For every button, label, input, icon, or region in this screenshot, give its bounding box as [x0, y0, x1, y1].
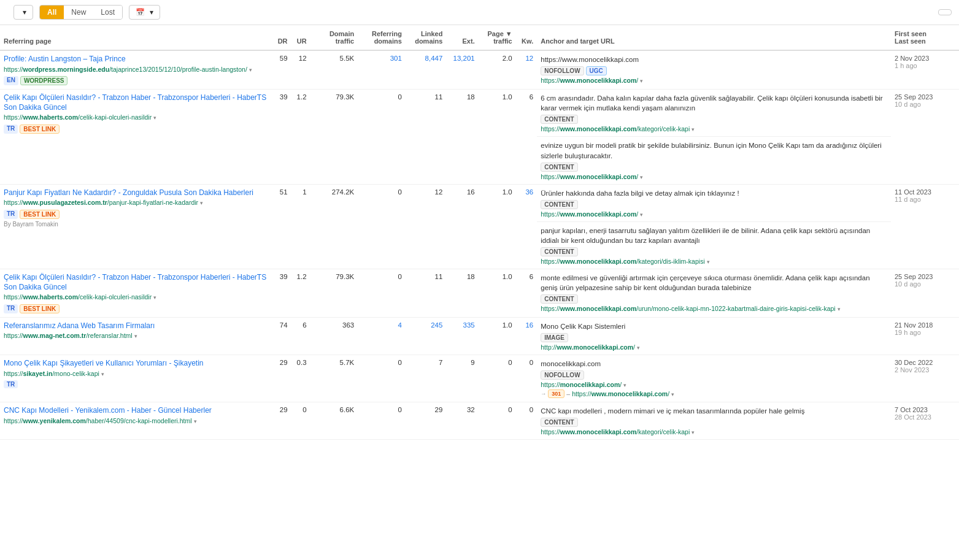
tag-wp: WORDPRESS [20, 76, 68, 85]
tag-best: BEST LINK [20, 125, 60, 134]
redirect-tag: 301 [548, 389, 564, 398]
referring-page-url[interactable]: https://wordpress.morningside.edu/tajapr… [4, 66, 269, 74]
table-header: Referring page DR UR Domaintraffic Refer… [0, 25, 959, 50]
ext-value: 13,201 [446, 50, 478, 90]
referring-page-url[interactable]: https://www.pusulagazetesi.com.tr/panjur… [4, 199, 269, 207]
referring-page-url[interactable]: https://www.mag-net.com.tr/referanslar.h… [4, 332, 269, 340]
anchor-url-link[interactable]: https://www.monocelikkapi.com/kategori/d… [541, 258, 887, 265]
col-dr[interactable]: DR [272, 25, 291, 50]
referring-page-title[interactable]: CNC Kapı Modelleri - Yenikalem.com - Hab… [4, 406, 269, 416]
filter-new-button[interactable]: New [64, 6, 93, 19]
domain-traffic-value: 5.7K [310, 355, 358, 402]
anchor-cell: 6 cm arasındadır. Daha kalın kapılar dah… [537, 90, 891, 137]
page-traffic-value: 1.0 [479, 317, 516, 355]
referring-page-title[interactable]: Çelik Kapı Ölçüleri Nasıldır? - Trabzon … [4, 93, 269, 112]
referring-page-url[interactable]: https://sikayet.in/mono-celik-kapi ▾ [4, 370, 269, 378]
redirect-separator: – [566, 390, 570, 397]
anchor-tag-image: IMAGE [541, 333, 568, 342]
col-domain-traffic[interactable]: Domaintraffic [310, 25, 358, 50]
api-button[interactable] [938, 9, 952, 15]
show-history-arrow-icon: ▾ [150, 8, 153, 17]
first-seen: 11 Oct 2023 [895, 188, 955, 196]
linked-domains-value: 7 [406, 355, 447, 402]
col-linked-domains[interactable]: Linkeddomains [406, 25, 447, 50]
tag-tr: TR [4, 380, 18, 388]
kw-value: 16 [516, 317, 537, 355]
anchor-text: CNC kapı modelleri , modern mimari ve iç… [541, 406, 887, 416]
filter-all-button[interactable]: All [40, 6, 64, 19]
col-kw[interactable]: Kw. [516, 25, 537, 50]
kw-value: 6 [516, 90, 537, 184]
anchor-url-link[interactable]: https://www.monocelikkapi.com/kategori/c… [541, 428, 887, 435]
referring-domains-value: 301 [358, 50, 406, 90]
anchor-cell: Ürünler hakkında daha fazla bilgi ve det… [537, 184, 891, 221]
anchor-url-link[interactable]: https://www.monocelikkapi.com/kategori/c… [541, 125, 887, 132]
anchor-url-link[interactable]: https://monocelikkapi.com/ ▾ [541, 381, 887, 388]
date-cell: 7 Oct 202328 Oct 2023 [891, 402, 959, 440]
referring-page-url[interactable]: https://www.yenikalem.com/haber/44509/cn… [4, 417, 269, 426]
ext-value: 16 [446, 184, 478, 269]
last-seen: 1 h ago [895, 62, 955, 69]
anchor-cell: panjur kapıları, enerji tasarrutu sağlay… [537, 221, 891, 269]
anchor-url-link[interactable]: https://www.monocelikkapi.com/ ▾ [541, 173, 887, 180]
referring-page-cell: CNC Kapı Modelleri - Yenikalem.com - Hab… [0, 402, 272, 440]
first-seen: 7 Oct 2023 [895, 406, 955, 413]
tag-best: BEST LINK [20, 304, 60, 313]
tag-best: BEST LINK [20, 210, 60, 219]
filter-lost-button[interactable]: Lost [93, 6, 122, 19]
referring-domains-value: 4 [358, 317, 406, 355]
linked-domains-value: 245 [406, 317, 447, 355]
col-ext[interactable]: Ext. [446, 25, 478, 50]
show-history-button[interactable]: 📅 ▾ [129, 5, 160, 20]
anchor-cell: Mono Çelik Kapı SistemleriIMAGEhttp://ww… [537, 317, 891, 355]
referring-page-title[interactable]: Referanslarımız Adana Web Tasarım Firmal… [4, 321, 269, 331]
anchor-tag-content: CONTENT [541, 294, 577, 304]
first-seen: 25 Sep 2023 [895, 273, 955, 280]
page-traffic-value: 1.0 [479, 184, 516, 269]
referring-page-cell: Mono Çelik Kapı Şikayetleri ve Kullanıcı… [0, 355, 272, 402]
referring-page-cell: Çelik Kapı Ölçüleri Nasıldır? - Trabzon … [0, 269, 272, 317]
anchor-url-link[interactable]: https://www.monocelikkapi.com/ ▾ [541, 210, 887, 218]
tag-tr: TR [4, 210, 18, 219]
col-page-traffic[interactable]: Page ▼traffic [479, 25, 516, 50]
referring-page-cell: Panjur Kapı Fiyatları Ne Kadardır? - Zon… [0, 184, 272, 269]
referring-page-title[interactable]: Profile: Austin Langston – Taja Prince [4, 55, 269, 64]
anchor-url-link[interactable]: http://www.monocelikkapi.com/ ▾ [541, 343, 887, 351]
referring-page-title[interactable]: Mono Çelik Kapı Şikayetleri ve Kullanıcı… [4, 359, 269, 369]
first-seen: 25 Sep 2023 [895, 93, 955, 101]
referring-page-title[interactable]: Panjur Kapı Fiyatları Ne Kadardır? - Zon… [4, 188, 269, 198]
anchor-tag-ugc: UGC [586, 66, 607, 75]
referring-page-url[interactable]: https://www.haberts.com/celik-kapi-olcul… [4, 293, 269, 302]
referring-page-url[interactable]: https://www.haberts.com/celik-kapi-olcul… [4, 113, 269, 122]
anchor-url-link[interactable]: https://www.monocelikkapi.com/ ▾ [541, 77, 887, 84]
domain-traffic-value: 274.2K [310, 184, 358, 269]
last-seen: 2 Nov 2023 [895, 366, 955, 374]
dr-value: 39 [272, 90, 291, 184]
linked-domains-value: 11 [406, 269, 447, 317]
dr-value: 59 [272, 50, 291, 90]
page-traffic-value: 0 [479, 355, 516, 402]
group-similar-arrow-icon: ▾ [23, 8, 26, 17]
domain-traffic-value: 6.6K [310, 402, 358, 440]
referring-page-title[interactable]: Çelik Kapı Ölçüleri Nasıldır? - Trabzon … [4, 273, 269, 292]
anchor-url-link[interactable]: https://www.monocelikkapi.com/urun/mono-… [541, 305, 887, 312]
col-referring-domains[interactable]: Referringdomains [358, 25, 406, 50]
domain-traffic-value: 5.5K [310, 50, 358, 90]
anchor-tag-content: CONTENT [541, 200, 577, 209]
col-dates: First seenLast seen [891, 25, 959, 50]
col-ur[interactable]: UR [291, 25, 310, 50]
linked-domains-value: 8,447 [406, 50, 447, 90]
redirect-arrow: → [541, 391, 546, 397]
dr-value: 29 [272, 355, 291, 402]
page-traffic-value: 0 [479, 402, 516, 440]
domain-traffic-value: 363 [310, 317, 358, 355]
anchor-cell: https://www.monocelikkapi.comNOFOLLOWUGC… [537, 50, 891, 90]
redirect-url[interactable]: https://www.monocelikkapi.com/ ▾ [572, 390, 674, 397]
anchor-tag-content: CONTENT [541, 247, 577, 256]
table-row: Çelik Kapı Ölçüleri Nasıldır? - Trabzon … [0, 269, 959, 317]
group-similar-button[interactable]: ▾ [13, 5, 33, 20]
col-referring-page: Referring page [0, 25, 272, 50]
table-row: CNC Kapı Modelleri - Yenikalem.com - Hab… [0, 402, 959, 440]
linked-domains-value: 11 [406, 90, 447, 184]
referring-domains-value: 0 [358, 90, 406, 184]
